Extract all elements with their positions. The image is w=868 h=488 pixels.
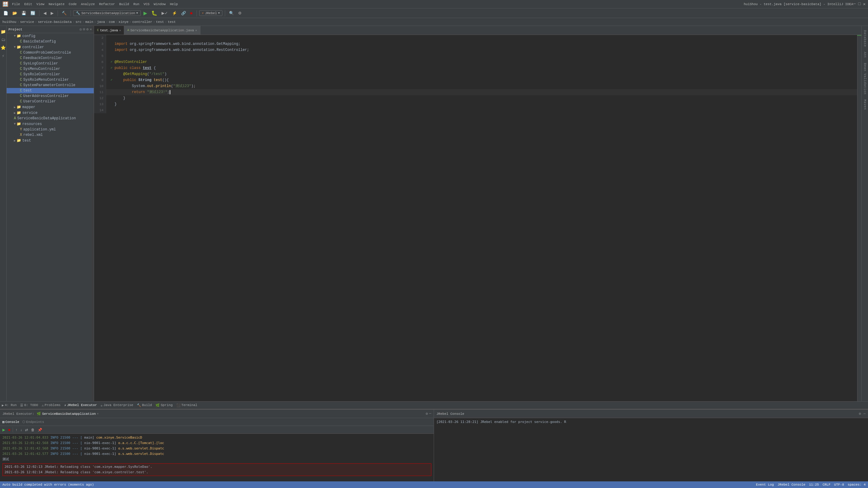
structure-icon[interactable]: 🗂 — [0, 36, 6, 43]
tree-item-service[interactable]: ▶ 📁 service — [7, 110, 94, 116]
menu-analyze[interactable]: Analyze — [81, 2, 95, 6]
jrebel-config-close[interactable]: ✕ — [97, 412, 98, 415]
pin-button[interactable]: 📌 — [36, 427, 43, 432]
window-controls[interactable]: ─ □ ✕ — [853, 1, 866, 7]
breadcrumb-java[interactable]: java — [97, 20, 105, 24]
menu-run[interactable]: Run — [133, 2, 139, 6]
java-enterprise-tool-tab[interactable]: ☕ Java Enterprise — [101, 403, 133, 407]
tree-item-controller[interactable]: ▼ 📁 controller — [7, 44, 94, 50]
tree-item-xml[interactable]: X rebel.xml — [7, 132, 94, 138]
close-button[interactable]: ✕ — [863, 1, 866, 7]
build-tool-tab[interactable]: 🔨 Build — [137, 403, 152, 407]
breadcrumb-main[interactable]: main — [85, 20, 93, 24]
breadcrumb-src[interactable]: src — [75, 20, 82, 24]
line-code-6[interactable]: @RestController — [115, 59, 857, 65]
wrap-button[interactable]: ⇄ — [24, 427, 29, 432]
menu-edit[interactable]: Edit — [24, 2, 32, 6]
clear-log-button[interactable]: 🗑 — [30, 427, 36, 432]
tab-serviceapp-java[interactable]: A ServiceBasicDataApplication.java ✕ — [124, 26, 200, 35]
line-code-3[interactable]: import org.springframework.web.bind.anno… — [115, 41, 857, 47]
tree-item-sysrole[interactable]: C SysRoleController — [7, 72, 94, 77]
scroll-up-button[interactable]: ↑ — [14, 427, 19, 432]
jrebel-settings-icon[interactable]: ⚙ — [426, 412, 428, 416]
tree-item-syslog[interactable]: C SysLogController — [7, 61, 94, 66]
settings-sidebar-icon[interactable]: ⚙ — [87, 27, 89, 32]
breadcrumb-controller[interactable]: controller — [132, 20, 152, 24]
breadcrumb-xinye[interactable]: xinye — [119, 20, 128, 24]
tree-item-users[interactable]: C UsersController — [7, 99, 94, 104]
tab-test-java[interactable]: C test.java ✕ — [94, 26, 124, 35]
breadcrumb-test-method[interactable]: test — [168, 20, 176, 24]
database-panel-tab[interactable]: Database — [863, 28, 867, 49]
minimize-button[interactable]: ─ — [853, 1, 856, 7]
line-code-11[interactable]: return "测试123!"; — [115, 89, 857, 95]
tree-item-feedback[interactable]: C FeedbackController — [7, 56, 94, 61]
scroll-down-button[interactable]: ↓ — [19, 427, 23, 432]
tree-item-test[interactable]: C test — [7, 88, 94, 93]
attach-debugger-button[interactable]: 🔗 — [180, 10, 187, 16]
breadcrumb-service[interactable]: service — [20, 20, 34, 24]
event-log-link[interactable]: Event Log — [756, 483, 774, 487]
line-separator-indicator[interactable]: CRLF — [823, 483, 830, 487]
menu-bar[interactable]: File Edit View Navigate Code Analyze Ref… — [12, 2, 744, 6]
breadcrumb-com[interactable]: com — [109, 20, 115, 24]
spring-tool-tab[interactable]: 🌿 Spring — [156, 403, 173, 407]
line-code-8[interactable]: @GetMapping("/test") — [115, 71, 857, 77]
run-config-selector[interactable]: 🔧 ServiceBasicDataApplication ▼ — [73, 10, 141, 16]
new-file-button[interactable]: 📄 — [2, 10, 10, 16]
jrebel-console-link[interactable]: JRebel Console — [778, 483, 805, 487]
breadcrumb-service-basicdata[interactable]: service-basicData — [38, 20, 72, 24]
indent-indicator[interactable]: spaces: 4 — [848, 483, 866, 487]
endpoints-sub-tab[interactable]: ⬡ Endpoints — [22, 420, 44, 424]
tree-item-sysparam[interactable]: C SystemParameterControlle — [7, 83, 94, 88]
menu-build[interactable]: Build — [119, 2, 129, 6]
profile-button[interactable]: ⚡ — [170, 10, 179, 16]
close-sidebar-icon[interactable]: ✕ — [90, 27, 92, 32]
ant-panel-tab[interactable]: Ant — [863, 50, 867, 60]
line-code-4[interactable]: import org.springframework.web.bind.anno… — [115, 47, 857, 53]
save-all-button[interactable]: 💾 — [20, 10, 28, 16]
line-code-2[interactable] — [115, 35, 857, 41]
locate-icon[interactable]: ◎ — [80, 27, 82, 32]
favorites-icon[interactable]: ⭐ — [0, 44, 7, 51]
jrebel-console-content[interactable]: [2021-03-26 11:28:21] JRebel enabled for… — [434, 418, 868, 481]
tree-item-test-folder[interactable]: ▶ 📁 test — [7, 138, 94, 143]
search-everywhere-button[interactable]: 🔍 — [227, 10, 236, 16]
line-code-14[interactable] — [115, 107, 857, 113]
todo-tool-tab[interactable]: ☰ 6: TODO — [20, 403, 38, 407]
run-tool-tab[interactable]: ▶ 4: Run — [2, 403, 17, 407]
run-button[interactable]: ▶ — [142, 10, 149, 17]
stop-button[interactable]: ■ — [189, 10, 194, 16]
jrebel-minimize-icon[interactable]: ─ — [429, 412, 431, 416]
line-code-7[interactable]: public class test { — [115, 65, 857, 71]
open-button[interactable]: 📂 — [11, 10, 19, 16]
run-with-coverage-button[interactable]: ▶✓ — [160, 10, 169, 16]
back-button[interactable]: ◀ — [42, 10, 48, 16]
jrebel-executor-tool-tab[interactable]: ⚡ JRebel Executor — [64, 403, 97, 407]
tree-item-yaml[interactable]: Y application.yml — [7, 127, 94, 132]
tab-serviceapp-java-close[interactable]: ✕ — [195, 29, 197, 32]
line-code-10[interactable]: System.out.println("测试123"); — [115, 83, 857, 89]
maximize-button[interactable]: □ — [858, 1, 861, 7]
line-col-indicator[interactable]: 11:25 — [809, 483, 819, 487]
menu-file[interactable]: File — [12, 2, 20, 6]
tree-item-basicdataconfig[interactable]: C BasicDataConfig — [7, 39, 94, 44]
collapse-all-icon[interactable]: ⊟ — [83, 27, 85, 32]
maven-panel-tab[interactable]: Maven — [863, 98, 867, 112]
tree-item-sysmenu[interactable]: C SysMenuController — [7, 66, 94, 72]
tree-item-useraddress[interactable]: C UserAddressController — [7, 93, 94, 99]
tree-item-resources[interactable]: ▼ 📁 resources — [7, 121, 94, 127]
settings-button[interactable]: ⚙ — [237, 10, 243, 16]
build-button[interactable]: 🔨 — [60, 10, 68, 16]
stop-log-button[interactable]: ■ — [7, 427, 11, 432]
editor-scrollbar[interactable] — [857, 35, 861, 401]
project-icon[interactable]: 📁 — [0, 28, 7, 35]
terminal-tool-tab[interactable]: ⬛ Terminal — [176, 403, 197, 407]
code-editor[interactable]: 从真书者 时刻想起，自己最初的理想 2 3 import org.springf… — [94, 35, 857, 401]
console-minimize-icon[interactable]: ─ — [864, 412, 866, 416]
menu-refactor[interactable]: Refactor — [99, 2, 115, 6]
forward-button[interactable]: ▶ — [49, 10, 55, 16]
encoding-indicator[interactable]: UTF-8 — [834, 483, 844, 487]
menu-view[interactable]: View — [36, 2, 44, 6]
tab-test-java-close[interactable]: ✕ — [119, 29, 121, 32]
